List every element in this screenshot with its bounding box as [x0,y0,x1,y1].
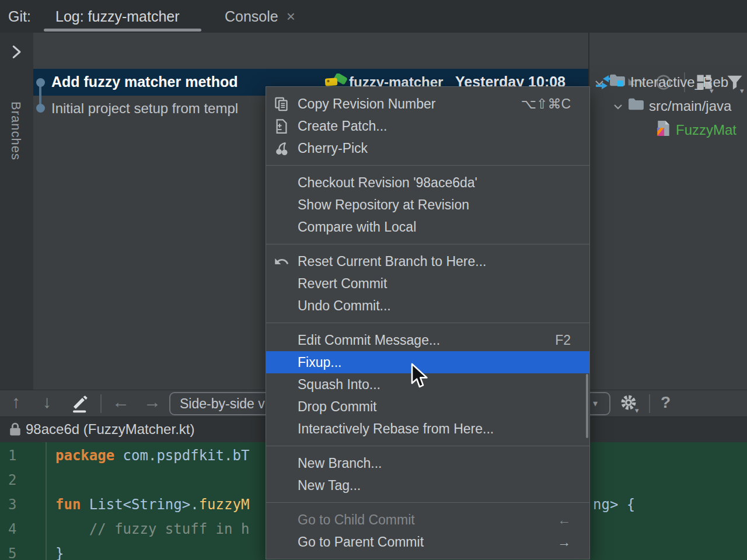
menu-item-create-patch[interactable]: Create Patch... [266,115,589,137]
tool-window-tab-bar: Git: Log: fuzzy-matcher Console × [0,0,747,33]
code-line: package com.pspdfkit.bT [55,443,249,468]
left-tool-stripe: Branches [0,33,33,416]
menu-scrollbar-thumb[interactable] [586,374,588,438]
tree-item-label: Interactive_Reb [630,74,728,90]
line-number: 2 [8,468,32,492]
code-line-fragment: ng> { [593,492,635,517]
menu-shortcut: F2 [555,332,571,348]
commit-context-menu: Copy Revision Number ⌥⇧⌘C Create Patch..… [266,86,590,559]
tree-item-label: FuzzyMat [676,122,736,138]
menu-section: Copy Revision Number ⌥⇧⌘C Create Patch..… [266,87,589,165]
patch-icon [274,118,289,134]
tab-label: Log: fuzzy-matcher [55,8,180,25]
commit-graph-node [36,78,45,87]
active-tab-indicator [44,29,201,32]
commit-message[interactable]: Initial project setup from templ [51,100,238,117]
code-line: // fuzzy stuff in h [55,517,249,541]
menu-shortcut-right-arrow: → [557,534,571,550]
mouse-cursor-icon [409,363,432,393]
menu-item-edit-commit-message[interactable]: Edit Commit Message... F2 [266,329,589,351]
tab-console[interactable]: Console × [225,0,295,33]
menu-item-go-to-parent-commit[interactable]: Go to Parent Commit → [266,531,589,553]
menu-section: New Branch... New Tag... [266,446,589,502]
close-icon[interactable]: × [287,8,295,26]
menu-shortcut-left-arrow: ← [557,512,571,528]
tab-label: Console [225,8,278,25]
menu-section: Go to Child Commit ← Go to Parent Commit… [266,502,589,559]
annotate-pencil-icon[interactable] [69,391,91,416]
lock-icon [8,421,23,440]
line-number: 5 [8,541,32,560]
kotlin-file-icon [656,120,671,140]
line-number: 3 [8,492,32,517]
git-label: Git: [8,8,31,25]
viewer-dropdown-caret-icon: ▾ [593,398,598,409]
tree-item-label: src/main/java [649,98,731,114]
revision-file-label: 98ace6d (FuzzyMatcher.kt) [26,421,194,438]
copy-icon [274,96,289,112]
line-number: 1 [8,443,32,468]
previous-change-arrow-icon[interactable]: ↑ [12,392,20,412]
menu-shortcut: ⌥⇧⌘C [521,96,571,112]
menu-item-go-to-child-commit: Go to Child Commit ← [266,509,589,531]
diff-viewer-label: Side-by-side v [180,396,265,412]
back-arrow-icon[interactable]: ← [112,392,130,412]
code-line: fun List<String>.fuzzyM [55,492,249,517]
project-folder-icon [609,74,626,91]
menu-section: Checkout Revision '98ace6da' Show Reposi… [266,165,589,244]
code-line: } [55,541,64,560]
menu-item-undo-commit[interactable]: Undo Commit... [266,295,589,317]
cherry-pick-icon [274,141,289,156]
toolbar-divider [100,394,102,413]
menu-item-show-repository-at-revision[interactable]: Show Repository at Revision [266,194,589,216]
line-number: 4 [8,517,32,541]
tree-item-kotlin-file[interactable]: FuzzyMat [656,118,747,142]
reset-undo-icon [274,254,289,270]
menu-item-new-tag[interactable]: New Tag... [266,474,589,496]
help-button[interactable]: ? [661,393,671,412]
chevron-down-icon[interactable] [594,74,605,90]
next-change-arrow-icon[interactable]: ↓ [43,392,51,412]
menu-item-copy-revision-number[interactable]: Copy Revision Number ⌥⇧⌘C [266,93,589,115]
menu-item-drop-commit[interactable]: Drop Commit [266,396,589,418]
menu-item-cherry-pick[interactable]: Cherry-Pick [266,137,589,159]
log-toolbar: ▾ Branch: fuzzy-matcher ▲▼ User: All ▲▼ … [0,33,747,65]
commit-graph-node [36,104,45,113]
folder-icon [628,97,644,115]
menu-item-new-branch[interactable]: New Branch... [266,452,589,474]
forward-arrow-icon[interactable]: → [144,392,161,412]
gear-dropdown-caret-icon: ▾ [635,406,639,415]
expand-chevron-icon[interactable] [10,44,23,62]
chevron-down-icon[interactable] [613,98,623,114]
menu-section: Reset Current Branch to Here... Revert C… [266,244,589,323]
tree-item-project-root[interactable]: Interactive_Reb [592,70,747,94]
stripe-label-branches[interactable]: Branches [8,102,23,160]
menu-item-compare-with-local[interactable]: Compare with Local [266,216,589,238]
commit-message[interactable]: Add fuzzy matcher method [51,74,238,90]
menu-item-interactively-rebase[interactable]: Interactively Rebase from Here... [266,418,589,440]
toolbar-divider [649,394,650,413]
menu-item-revert-commit[interactable]: Revert Commit [266,272,589,295]
tab-log-fuzzy-matcher[interactable]: Log: fuzzy-matcher [55,0,180,33]
menu-item-checkout-revision[interactable]: Checkout Revision '98ace6da' [266,172,589,194]
menu-item-reset-current-branch[interactable]: Reset Current Branch to Here... [266,250,589,272]
tree-item-src-folder[interactable]: src/main/java [610,94,747,118]
